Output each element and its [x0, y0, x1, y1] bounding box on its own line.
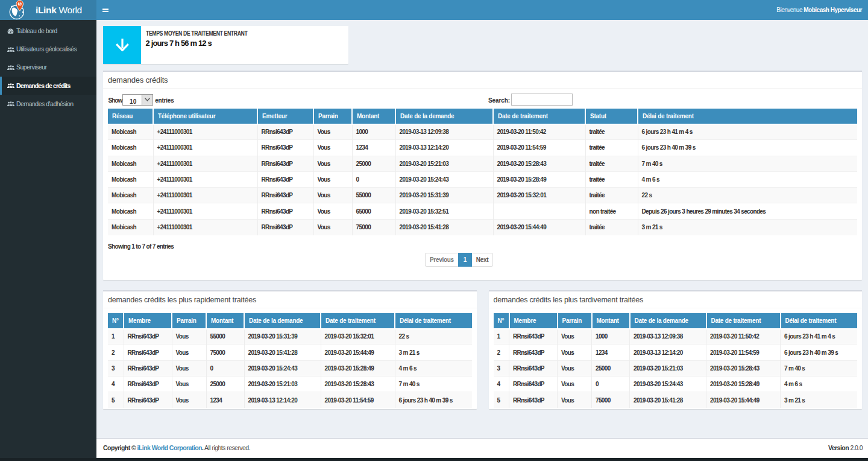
svg-text:$: $ [19, 2, 21, 7]
